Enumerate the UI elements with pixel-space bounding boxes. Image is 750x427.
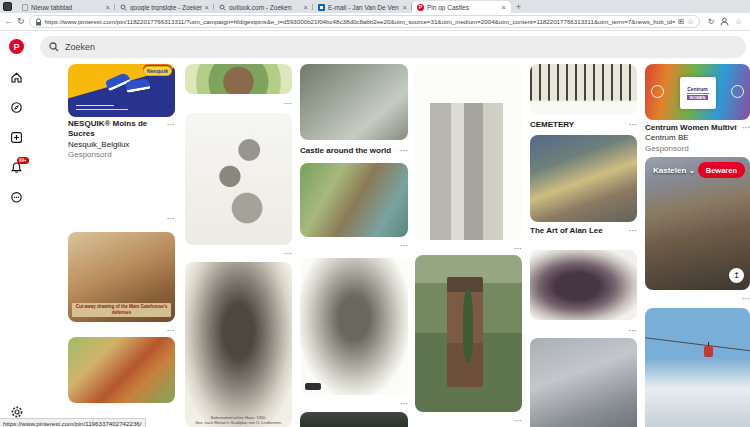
pin-castle-aerial[interactable] xyxy=(300,64,408,140)
status-bar: https://www.pinterest.com/pin/1196337402… xyxy=(0,418,146,427)
tab-label: Nieuw tabblad xyxy=(31,4,103,11)
more-options-icon[interactable]: ··· xyxy=(396,147,408,155)
more-options-icon[interactable]: ··· xyxy=(163,215,175,223)
notifications-bell-icon[interactable]: 99+ xyxy=(10,161,23,174)
pin-coastal-castle[interactable] xyxy=(300,163,408,237)
favorites-list-icon[interactable]: ☆ xyxy=(735,18,742,26)
more-options-icon[interactable]: ··· xyxy=(625,227,637,235)
pin-centrum-ad[interactable]: Centrum WOMEN xyxy=(645,64,750,120)
pin-siege-drawing[interactable] xyxy=(185,113,292,245)
pin-title[interactable]: Centrum Women Multivitaminen xyxy=(645,123,737,133)
browser-essentials-icon[interactable] xyxy=(720,17,729,26)
pin-mountain-aqueduct[interactable] xyxy=(530,250,637,320)
messages-icon[interactable] xyxy=(10,191,23,204)
close-icon[interactable]: × xyxy=(205,3,209,12)
search-icon xyxy=(49,42,59,52)
nesquik-logo: Nesquik xyxy=(143,66,172,76)
more-options-icon[interactable]: ··· xyxy=(280,100,292,108)
pinterest-logo[interactable]: P xyxy=(9,39,24,54)
more-options-icon[interactable]: ··· xyxy=(625,327,637,335)
settings-gear-icon[interactable] xyxy=(10,405,24,419)
search-input[interactable]: Zoeken xyxy=(40,36,746,58)
pin-alan-lee-art[interactable] xyxy=(530,135,637,222)
search-favicon xyxy=(120,4,127,11)
tab-google-translate[interactable]: google trqnslqte - Zoeken × xyxy=(115,1,214,13)
pin-cemetery-drawing[interactable] xyxy=(530,64,637,115)
page-favicon xyxy=(21,4,28,11)
tab-email-outlook[interactable]: E-mail - Jan Van De Ven - Outloo... × xyxy=(313,1,412,13)
pin-title[interactable]: The Art of Alan Lee xyxy=(530,226,622,236)
pin-foggy-castle[interactable] xyxy=(530,338,637,427)
pin-caption: Gez. nach Merian's Stadtplan von O. Lind… xyxy=(185,420,292,425)
sponsored-label: Gesponsord xyxy=(645,144,737,154)
share-upload-icon[interactable]: ↥ xyxy=(729,268,744,283)
watermark-badge xyxy=(305,383,321,390)
tab-label: google trqnslqte - Zoeken xyxy=(130,4,202,11)
status-url: https://www.pinterest.com/pin/1196337402… xyxy=(3,420,142,427)
new-tab-button[interactable]: + xyxy=(516,2,521,12)
address-bar[interactable]: https://www.pinterest.com/pin/1182201776… xyxy=(29,15,700,28)
close-icon[interactable]: × xyxy=(502,3,506,12)
search-placeholder: Zoeken xyxy=(65,42,95,52)
benefit-circle-icon xyxy=(651,85,664,98)
sync-icon[interactable]: ↻ xyxy=(708,18,714,26)
tab-outlook-zoeken[interactable]: outlook.com - Zoeken × xyxy=(214,1,313,13)
pin-caption: Cut-away drawing of the Main Gatehouse's… xyxy=(72,303,171,317)
more-options-icon[interactable]: ··· xyxy=(625,121,637,129)
pin-motte-castle[interactable] xyxy=(185,64,292,94)
pin-castle-photo-hover[interactable]: Kastelen ⌄ Bewaren ↥ xyxy=(645,157,750,290)
pin-castle-sketch[interactable] xyxy=(68,148,175,209)
workspace-icon[interactable] xyxy=(3,2,12,11)
more-options-icon[interactable]: ··· xyxy=(163,327,175,335)
pinterest-favicon: P xyxy=(417,4,424,11)
tab-pin-op-castles[interactable]: P Pin op Castles × xyxy=(412,1,511,13)
toolbar-right-icons: ↻ ☆ xyxy=(704,17,746,26)
home-icon[interactable] xyxy=(10,71,23,84)
outlook-favicon xyxy=(318,4,325,11)
pin-cablecar-photo[interactable] xyxy=(645,308,750,427)
tab-label: E-mail - Jan Van De Ven - Outloo... xyxy=(328,4,400,11)
back-icon[interactable]: ← xyxy=(4,17,13,26)
search-favicon xyxy=(219,4,226,11)
pin-author[interactable]: Centrum BE xyxy=(645,133,737,143)
more-options-icon[interactable]: ··· xyxy=(510,417,522,425)
explore-icon[interactable] xyxy=(10,101,23,114)
tab-label: Pin op Castles xyxy=(427,4,499,11)
more-options-icon[interactable]: ··· xyxy=(510,245,522,253)
pin-tower-drawing[interactable] xyxy=(415,64,522,240)
board-selector[interactable]: Kastelen ⌄ xyxy=(653,166,695,175)
close-icon[interactable]: × xyxy=(403,3,407,12)
create-icon[interactable] xyxy=(10,131,23,144)
pin-title[interactable]: CEMETERY xyxy=(530,120,622,130)
pin-fantasy-castle[interactable] xyxy=(300,258,408,395)
refresh-icon[interactable]: ↻ xyxy=(17,17,25,26)
pinterest-sidebar: P 99+ xyxy=(0,31,33,427)
more-options-icon[interactable]: ··· xyxy=(163,121,175,129)
gondola-shape xyxy=(704,346,713,357)
split-screen-icon[interactable]: ⊞ xyxy=(678,18,684,26)
browser-tab-strip: Nieuw tabblad × google trqnslqte - Zoeke… xyxy=(0,0,750,13)
pin-salmenstein-etching[interactable]: Salmenstein'sches Haus. 1350. Gez. nach … xyxy=(185,262,292,427)
tab-nieuw-tabblad[interactable]: Nieuw tabblad × xyxy=(16,1,115,13)
pin-nesquik-ad[interactable]: Nesquik xyxy=(68,64,175,117)
favorite-star-icon[interactable]: ☆ xyxy=(687,18,694,26)
benefit-circle-icon xyxy=(731,85,744,98)
pin-gatehouse-cutaway[interactable]: Cut-away drawing of the Main Gatehouse's… xyxy=(68,232,175,322)
pinterest-page: P 99+ Zoeken Nesquik NESQUI xyxy=(0,31,750,427)
centrum-pin-meta: Centrum Women Multivitaminen Centrum BE … xyxy=(645,123,737,154)
pin-dark-clipped[interactable] xyxy=(300,412,408,427)
more-options-icon[interactable]: ··· xyxy=(396,242,408,250)
url-text[interactable]: https://www.pinterest.com/pin/1182201776… xyxy=(45,18,675,25)
close-icon[interactable]: × xyxy=(304,3,308,12)
more-options-icon[interactable]: ··· xyxy=(396,400,408,408)
pin-valley-castle-photo[interactable] xyxy=(415,255,522,412)
more-options-icon[interactable]: ··· xyxy=(738,124,750,132)
save-button[interactable]: Bewaren xyxy=(698,162,745,178)
tab-label: outlook.com - Zoeken xyxy=(229,4,301,11)
more-options-icon[interactable]: ··· xyxy=(738,295,750,303)
more-options-icon[interactable]: ··· xyxy=(280,250,292,258)
pin-title[interactable]: Castle around the world view... xyxy=(300,146,392,156)
pin-aerial-town[interactable] xyxy=(68,337,175,403)
close-icon[interactable]: × xyxy=(106,3,110,12)
pin-title[interactable]: NESQUIK® Moins de Sucres xyxy=(68,119,162,140)
